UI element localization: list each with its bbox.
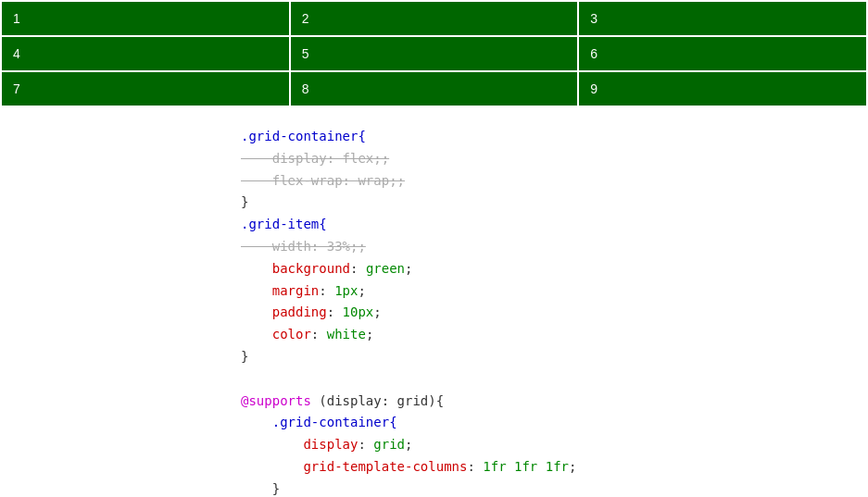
grid-cell: 1 [2,2,289,35]
code-section: .grid-container{ display: flex;; flex-wr… [0,107,868,497]
grid-cell: 7 [2,72,289,106]
grid-cell: 8 [291,72,578,106]
code-line: grid-template-columns: 1fr 1fr 1fr; [241,456,868,478]
code-line: @supports (display: grid){ [241,391,868,413]
grid-cell: 9 [579,72,866,106]
code-line: } [241,346,868,368]
code-line: .grid-container{ [241,126,868,148]
code-line: display: grid; [241,434,868,456]
code-line: width: 33%;; [241,236,868,258]
code-line: flex-wrap: wrap;; [241,170,868,193]
code-line: .grid-container{ [241,412,868,434]
grid-cell: 2 [291,2,578,35]
code-line: color: white; [241,324,868,346]
grid-demo: 123456789 [0,0,868,107]
code-line: display: flex;; [241,148,868,170]
code-line [241,368,868,391]
code-line: margin: 1px; [241,280,868,303]
grid-cell: 4 [2,37,289,70]
code-line: } [241,192,868,214]
grid-cell: 5 [291,37,578,70]
code-line: } [241,478,868,497]
code-line: .grid-item{ [241,214,868,236]
code-line: background: green; [241,258,868,280]
grid-cell: 3 [579,2,866,35]
grid-cell: 6 [579,37,866,70]
code-line: padding: 10px; [241,302,868,324]
